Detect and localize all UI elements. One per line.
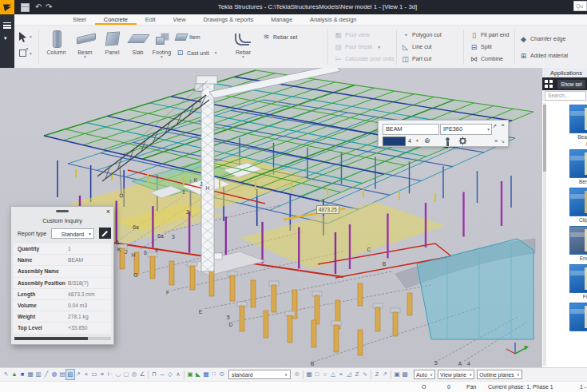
ribbon-button-beam[interactable]: Beam▾ [72,28,98,66]
snap-icon[interactable]: ▭ [90,370,98,379]
select-switch-caret[interactable]: ▾ [30,51,32,56]
snap-icon[interactable]: ∷ [210,370,218,379]
show-button[interactable]: Show sel [557,80,585,89]
snap-icon[interactable]: ▦ [26,370,34,379]
component-card[interactable]: Clip an [569,188,587,223]
ribbon-button-chamfer-edge[interactable]: ◆Chamfer edge [519,30,568,47]
ribbon-button-fit-part-end[interactable]: ▯Fit part end [470,29,509,41]
snap-icon[interactable]: ⊙ [218,370,226,379]
snap-icon[interactable]: × [337,370,345,379]
collapse-icon[interactable]: ↘ [501,138,505,145]
move-handle-icon[interactable]: ⊕ [424,136,430,145]
snap-icon[interactable]: ▩ [401,370,409,379]
snap-icon[interactable]: ◿ [345,370,353,379]
snap-icon[interactable]: △ [329,370,337,379]
select-view-plane[interactable]: View plane∨ [438,370,474,379]
tab-analysis-design[interactable]: Analysis & design [301,14,365,25]
component-card[interactable] [569,303,587,332]
redo-icon[interactable]: ↷ [46,2,52,13]
ribbon-button-panel[interactable]: Panel [99,28,125,66]
class-caret[interactable]: ▾ [416,137,418,145]
save-icon[interactable] [21,3,30,12]
close-icon[interactable]: × [501,122,505,129]
ribbon-button-cast-unit[interactable]: ⊡ Cast unit ▾ [176,47,216,58]
grid-view-icon[interactable] [545,80,553,88]
tab-concrete[interactable]: Concrete [95,14,137,25]
snap-icon[interactable]: ▦ [305,370,313,379]
select-cursor-caret[interactable]: ▾ [30,34,32,39]
ribbon-button-line-cut[interactable]: ◺Line cut [401,41,442,53]
toolbar-menu-icon[interactable]: ≡ [494,138,498,145]
snap-icon[interactable]: ▢ [122,370,130,379]
tekla-logo-icon[interactable] [0,0,14,14]
ribbon-button-part-cut[interactable]: ◫Part cut [401,53,442,65]
file-menu-icon[interactable] [3,22,11,29]
select-outline-planes[interactable]: Outline planes∨ [477,370,522,379]
ribbon-button-combine[interactable]: ⋈Combine [470,53,509,65]
snap-icon[interactable]: ▦ [202,370,210,379]
snap-icon[interactable]: ⊓ [150,370,158,379]
report-type-select[interactable]: Standard▾ [51,228,94,239]
component-card[interactable]: Beam w( [569,105,587,146]
snap-icon[interactable]: ▤ [58,370,66,379]
snap-icon[interactable]: ◇ [166,370,174,379]
ribbon-button-column[interactable]: Column [43,28,69,66]
select-cursor-icon[interactable] [19,32,27,42]
snap-icon[interactable]: ▣ [393,370,401,379]
gear-icon[interactable] [458,137,467,145]
apps-scrollbar[interactable] [543,103,546,366]
ribbon-button-split[interactable]: ⊟Split [470,41,509,53]
snap-icon[interactable]: ↗ [381,370,389,379]
apply-pipette-icon[interactable] [444,137,451,146]
snap-icon[interactable]: ◣ [194,370,202,379]
snap-icon[interactable]: ■ [18,370,26,379]
snap-icon[interactable]: ∿ [361,370,369,379]
tab-manage[interactable]: Manage [262,14,301,25]
ribbon-button-slab[interactable]: Slab [125,28,151,66]
snap-icon[interactable]: ▧ [66,370,74,379]
selection-filter-select[interactable]: standard∨ [228,370,291,379]
snap-icon[interactable]: × [82,370,90,379]
ribbon-button-polygon-cut[interactable]: ◔Polygon cut [401,29,442,41]
snap-icon[interactable]: ◡ [114,370,122,379]
ribbon-button-rebar[interactable]: Rebar ▾ [230,28,256,66]
quick-launch-input[interactable]: Qu [573,1,587,11]
snap-icon[interactable]: ○ [321,370,329,379]
snap-icon[interactable]: ▥ [34,370,42,379]
undo-icon[interactable]: ↶ [35,2,42,13]
component-card[interactable]: End pl [569,226,587,261]
snap-icon[interactable]: □ [313,370,321,379]
profile-select[interactable]: IPE360▾ [440,124,492,135]
float-toolbar-icon[interactable]: ↗ [492,123,497,129]
tab-drawings-reports[interactable]: Drawings & reports [195,14,263,25]
part-name-input[interactable]: BEAM [383,124,439,135]
drag-handle[interactable] [56,210,69,212]
select-auto[interactable]: Auto∨ [414,370,435,379]
snap-icon[interactable]: ◍ [50,370,58,379]
component-card[interactable]: Bent pl [569,149,587,184]
search-input[interactable]: Search... [545,91,586,101]
strip-chevron-down-icon[interactable]: ▾ [4,35,7,42]
snap-icon[interactable]: ↔ [158,370,166,379]
custom-inquiry-panel[interactable]: × Custom Inquiry Report type Standard▾ Q… [10,206,114,345]
ribbon-button-added-material[interactable]: ⊞Added material [519,47,568,64]
snap-icon[interactable]: ╱ [42,370,50,379]
snap-icon[interactable]: ≡ [98,370,106,379]
edit-report-button[interactable] [99,228,111,239]
tab-edit[interactable]: Edit [137,14,165,25]
tab-view[interactable]: View [165,14,195,25]
inquiry-scrollbar[interactable] [14,337,111,340]
snap-icon[interactable]: Z [373,370,381,379]
tab-steel[interactable]: Steel [64,14,95,25]
snap-icon[interactable]: ▣ [186,370,194,379]
close-icon[interactable]: × [106,207,110,216]
snap-icon[interactable]: ∠ [138,370,146,379]
ribbon-button-footing[interactable]: Footing▾ [149,28,175,66]
contextual-toolbar[interactable]: BEAM IPE360▾ 4 ▾ ⊕ ↗ × ≡ ↘ [378,120,509,147]
filter-gear-icon[interactable]: ⊛ [293,370,301,379]
ribbon-button-rebar-set[interactable]: ≋ Rebar set [262,31,297,42]
snap-icon[interactable]: ⊢ [106,370,114,379]
snap-icon[interactable]: ↗ [74,370,82,379]
snap-icon[interactable]: Z [353,370,361,379]
snap-icon[interactable]: ▲ [10,370,18,379]
